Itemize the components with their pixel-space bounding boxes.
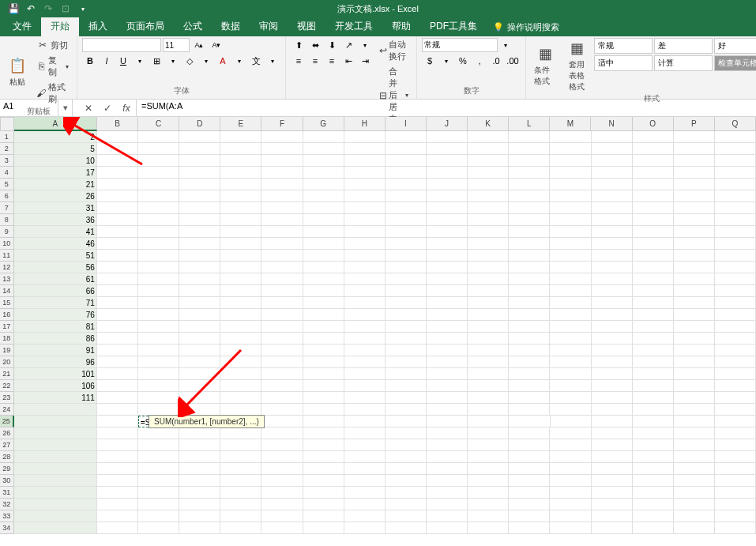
cell-G27[interactable] — [303, 439, 344, 451]
cell-C9[interactable] — [138, 226, 179, 238]
cell-M21[interactable] — [550, 368, 591, 380]
cell-P15[interactable] — [674, 297, 715, 309]
cell-N25[interactable] — [592, 416, 633, 427]
cell-H10[interactable] — [344, 238, 386, 250]
column-header-C[interactable]: C — [138, 117, 179, 131]
cell-D21[interactable] — [179, 368, 220, 380]
cell-G4[interactable] — [303, 167, 344, 179]
cell-D7[interactable] — [179, 202, 220, 214]
cell-N2[interactable] — [592, 143, 633, 155]
cell-B7[interactable] — [97, 202, 138, 214]
cell-N15[interactable] — [592, 297, 633, 309]
row-header-25[interactable]: 25 — [0, 416, 14, 427]
cell-H16[interactable] — [344, 309, 386, 321]
cell-O3[interactable] — [633, 155, 674, 167]
cell-D30[interactable] — [179, 475, 220, 487]
cell-F10[interactable] — [261, 238, 303, 250]
cell-J2[interactable] — [427, 143, 468, 155]
cell-K2[interactable] — [468, 143, 509, 155]
cell-D22[interactable] — [179, 380, 220, 392]
cell-K17[interactable] — [468, 321, 509, 333]
cell-A6[interactable]: 26 — [14, 190, 97, 202]
cell-F22[interactable] — [261, 380, 303, 392]
decrease-decimal-icon[interactable]: .00 — [505, 54, 521, 68]
cell-M29[interactable] — [550, 463, 591, 475]
cell-A34[interactable] — [14, 522, 97, 534]
cell-A8[interactable]: 36 — [14, 214, 97, 226]
cell-A22[interactable]: 106 — [14, 380, 97, 392]
cell-M3[interactable] — [550, 155, 591, 167]
touch-mode-icon[interactable]: ⊡ — [58, 2, 73, 16]
cell-C7[interactable] — [138, 202, 179, 214]
cell-D28[interactable] — [179, 451, 220, 463]
cell-B27[interactable] — [97, 439, 138, 451]
cell-O1[interactable] — [633, 131, 674, 143]
cell-F11[interactable] — [261, 250, 303, 262]
align-center-icon[interactable]: ≡ — [307, 54, 323, 68]
cell-K9[interactable] — [468, 226, 509, 238]
cell-B20[interactable] — [97, 356, 138, 368]
cell-O5[interactable] — [633, 179, 674, 190]
cell-H23[interactable] — [344, 392, 386, 404]
cell-P11[interactable] — [674, 250, 715, 262]
cell-G20[interactable] — [303, 356, 344, 368]
cell-O28[interactable] — [633, 451, 674, 463]
cell-G30[interactable] — [303, 475, 344, 487]
cell-L26[interactable] — [509, 427, 550, 439]
cell-I1[interactable] — [386, 131, 427, 143]
cell-I31[interactable] — [386, 487, 427, 499]
cell-P17[interactable] — [674, 321, 715, 333]
number-format-select[interactable] — [422, 38, 498, 52]
row-header-26[interactable]: 26 — [0, 427, 14, 439]
cell-I9[interactable] — [386, 226, 427, 238]
italic-button[interactable]: I — [99, 54, 115, 68]
cell-E10[interactable] — [220, 238, 261, 250]
row-header-6[interactable]: 6 — [0, 190, 14, 202]
fill-color-button[interactable]: ◇ — [182, 54, 197, 68]
cell-K12[interactable] — [468, 262, 509, 273]
redo-icon[interactable]: ↷ — [41, 2, 55, 16]
column-header-N[interactable]: N — [591, 117, 632, 131]
phonetic-button[interactable]: 文 — [248, 54, 264, 68]
row-header-20[interactable]: 20 — [0, 356, 14, 368]
cell-C6[interactable] — [138, 190, 179, 202]
cell-H19[interactable] — [344, 345, 386, 356]
cell-H7[interactable] — [344, 202, 386, 214]
fill-color-dropdown-icon[interactable]: ▾ — [198, 54, 214, 68]
currency-dropdown-icon[interactable]: ▾ — [438, 54, 454, 68]
cell-B5[interactable] — [97, 179, 138, 190]
cell-B1[interactable] — [97, 131, 138, 143]
cell-K4[interactable] — [468, 167, 509, 179]
cell-B2[interactable] — [97, 143, 138, 155]
font-color-button[interactable]: A — [215, 54, 231, 68]
cell-G23[interactable] — [303, 392, 344, 404]
column-header-H[interactable]: H — [344, 117, 386, 131]
cell-Q3[interactable] — [715, 155, 756, 167]
cell-A33[interactable] — [14, 510, 97, 522]
cell-E1[interactable] — [220, 131, 261, 143]
cell-C5[interactable] — [138, 179, 179, 190]
cell-N16[interactable] — [592, 309, 633, 321]
cell-E4[interactable] — [220, 167, 261, 179]
cell-G3[interactable] — [303, 155, 344, 167]
font-color-dropdown-icon[interactable]: ▾ — [231, 54, 247, 68]
cell-P14[interactable] — [674, 285, 715, 297]
cell-F14[interactable] — [261, 285, 303, 297]
cell-style-neutral[interactable]: 适中 — [594, 55, 653, 71]
cell-G33[interactable] — [303, 510, 344, 522]
cell-I20[interactable] — [386, 356, 427, 368]
cell-P18[interactable] — [674, 333, 715, 345]
cell-A20[interactable]: 96 — [14, 356, 97, 368]
cell-L21[interactable] — [509, 368, 550, 380]
cell-C21[interactable] — [138, 368, 179, 380]
row-header-31[interactable]: 31 — [0, 487, 14, 499]
cell-P4[interactable] — [674, 167, 715, 179]
cell-M19[interactable] — [550, 345, 591, 356]
cell-I28[interactable] — [386, 451, 427, 463]
row-header-17[interactable]: 17 — [0, 321, 14, 333]
cell-N32[interactable] — [592, 499, 633, 510]
cell-G10[interactable] — [303, 238, 344, 250]
cell-A1[interactable]: 2 — [14, 131, 97, 143]
insert-function-icon[interactable]: fx — [117, 103, 136, 114]
cell-B15[interactable] — [97, 297, 138, 309]
